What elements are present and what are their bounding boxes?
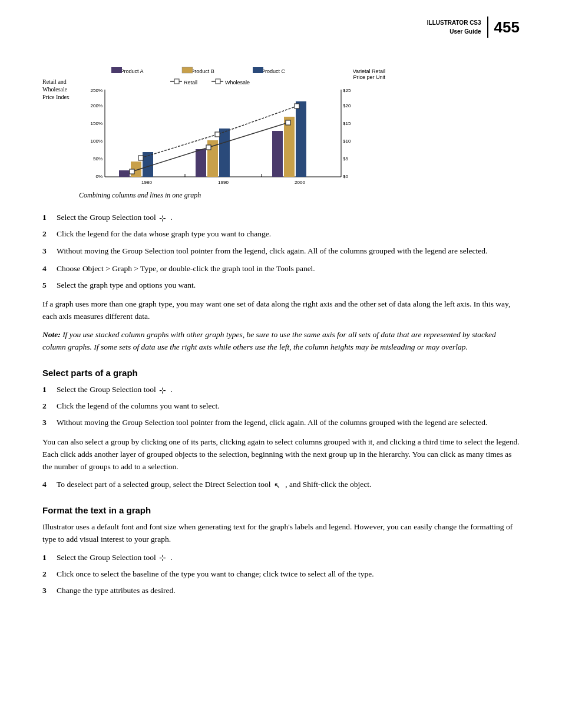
direct-selection-icon: ↖ [274,480,283,490]
step-text-end: , and Shift-click the object. [285,480,371,489]
step-text: Choose Object > Graph > Type, or double-… [57,263,520,275]
header-text: ILLUSTRATOR CS3 User Guide [427,18,481,36]
svg-rect-4 [182,67,193,73]
svg-text:150%: 150% [91,121,103,126]
step-text: Click the legend for the data whose grap… [57,228,520,240]
svg-text:Product C: Product C [262,68,286,74]
svg-text:1980: 1980 [141,180,152,185]
chart-caption: Combining columns and lines in one graph [79,191,520,200]
page-header: ILLUSTRATOR CS3 User Guide 455 [427,17,520,38]
step-text-content: To deselect part of a selected group, se… [57,480,270,489]
chart-area: Product A Product B Product C Retail Who… [79,65,520,189]
step-text-content: Select the Group Selection tool [57,385,156,394]
s2-step-2: 2 Click once to select the baseline of t… [42,568,520,580]
step-text: Without moving the Group Selection tool … [57,417,520,429]
s2-intro: Illustrator uses a default font and font… [42,521,520,546]
svg-text:Varietal Retail: Varietal Retail [353,68,385,74]
s1-step-4: 4 To deselect part of a selected group, … [42,479,520,490]
svg-text:2000: 2000 [295,180,305,185]
step-num: 1 [42,212,54,223]
s1-step-3: 3 Without moving the Group Selection too… [42,417,520,429]
svg-text:Product B: Product B [191,68,214,74]
s2-step-1: 1 Select the Group Selection tool ⊹ . [42,552,520,564]
s1-step-1: 1 Select the Group Selection tool ⊹ . [42,384,520,396]
page: ILLUSTRATOR CS3 User Guide 455 Retail an… [0,0,562,728]
section2-heading: Format the text in a graph [42,505,520,515]
svg-text:Product A: Product A [120,68,143,74]
intro-step-4: 4 Choose Object > Graph > Type, or doubl… [42,263,520,275]
svg-rect-37 [196,149,206,177]
step-text: Without moving the Group Selection tool … [57,245,520,257]
step-num: 3 [42,417,54,429]
svg-text:250%: 250% [91,88,103,93]
svg-rect-34 [119,170,130,177]
step-num: 1 [42,552,54,564]
svg-rect-7 [174,79,179,84]
step-text-content: Select the Group Selection tool [57,213,156,222]
svg-rect-43 [130,169,134,174]
group-selection-icon-2: ⊹ [159,386,168,395]
intro-step-1: 1 Select the Group Selection tool ⊹ . [42,212,520,223]
svg-rect-39 [219,129,230,177]
svg-rect-48 [295,104,299,108]
svg-text:Wholesale: Wholesale [225,80,250,85]
step-num: 1 [42,384,54,396]
chart-container: Retail andWholesalePrice Index Product A… [42,65,520,189]
step-num: 4 [42,263,54,275]
svg-text:$10: $10 [343,139,351,144]
product-name: ILLUSTRATOR CS3 [427,19,481,26]
svg-text:⊹: ⊹ [159,386,166,395]
step-text: Click once to select the baseline of the… [57,568,520,580]
intro-step-3: 3 Without moving the Group Selection too… [42,245,520,257]
group-selection-icon-1: ⊹ [159,213,168,223]
svg-text:100%: 100% [91,139,103,144]
svg-text:⊹: ⊹ [159,553,166,562]
page-number: 455 [494,19,520,35]
step-text: Select the Group Selection tool ⊹ . [57,552,520,564]
section1-heading: Select parts of a graph [42,368,520,378]
step-num: 3 [42,585,54,597]
s1-para-1: You can also select a group by clicking … [42,436,520,473]
svg-text:0%: 0% [95,174,103,179]
step-num: 2 [42,228,54,240]
step-num: 2 [42,400,54,412]
svg-text:$5: $5 [343,156,348,162]
guide-name: User Guide [449,28,481,35]
step-text: Select the Group Selection tool ⊹ . [57,384,520,396]
group-selection-icon-3: ⊹ [159,553,168,562]
svg-text:50%: 50% [93,156,103,162]
svg-rect-45 [286,120,290,125]
step-text: Change the type attributes as desired. [57,585,520,597]
svg-rect-44 [206,145,211,150]
svg-text:200%: 200% [91,103,103,108]
step-text: To deselect part of a selected group, se… [57,479,520,490]
svg-text:⊹: ⊹ [159,213,166,223]
header-divider [487,17,488,38]
note-label: Note: [42,330,62,339]
step-num: 4 [42,479,54,490]
step-text: Select the graph type and options you wa… [57,279,520,291]
svg-rect-3 [111,67,122,73]
svg-rect-47 [215,132,220,137]
intro-step-2: 2 Click the legend for the data whose gr… [42,228,520,240]
step-text: Select the Group Selection tool ⊹ . [57,212,520,223]
step-num: 2 [42,568,54,580]
svg-text:↖: ↖ [274,481,280,490]
intro-note: Note: If you use stacked column graphs w… [42,329,520,354]
s2-step-3: 3 Change the type attributes as desired. [42,585,520,597]
svg-rect-41 [284,117,295,177]
svg-text:1990: 1990 [218,180,229,185]
step-num: 5 [42,279,54,291]
svg-rect-10 [216,79,220,84]
step-num: 3 [42,245,54,257]
svg-rect-40 [272,131,283,177]
s1-step-2: 2 Click the legend of the columns you wa… [42,400,520,412]
svg-text:$20: $20 [343,103,351,108]
intro-step-5: 5 Select the graph type and options you … [42,279,520,291]
chart-y-label: Retail andWholesalePrice Index [42,71,79,101]
chart-svg: Product A Product B Product C Retail Who… [79,65,391,189]
svg-text:$15: $15 [343,121,351,126]
svg-text:Price per Unit: Price per Unit [353,74,385,80]
svg-text:Retail: Retail [184,80,197,85]
note-text: If you use stacked column graphs with ot… [42,330,496,351]
